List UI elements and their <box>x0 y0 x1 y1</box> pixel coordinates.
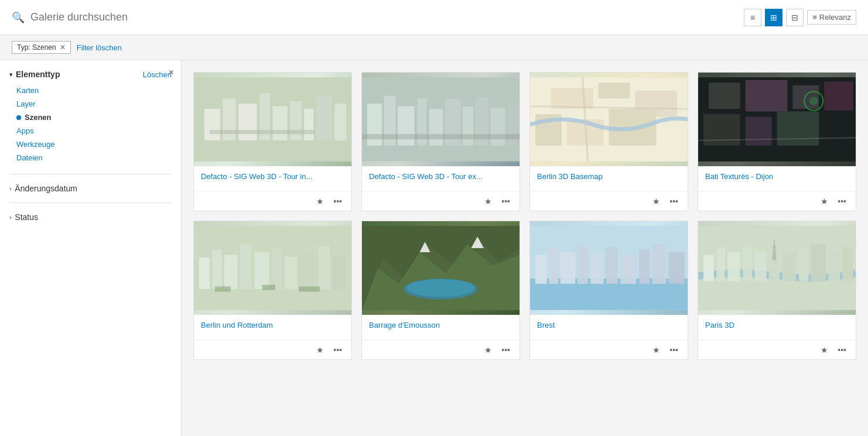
filter-item-apps[interactable]: Apps <box>9 124 172 138</box>
main-layout: × ▾ Elementtyp Löschen Karten Layer Szen… <box>0 60 868 436</box>
card-5-body: Berlin und Rotterdam <box>194 315 351 340</box>
card-1[interactable]: Defacto - SIG Web 3D - Tour in... ★ ••• <box>193 72 352 211</box>
card-3[interactable]: Berlin 3D Basemap ★ ••• <box>529 72 688 211</box>
svg-rect-5 <box>273 107 288 140</box>
card-8-more-button[interactable]: ••• <box>835 344 849 356</box>
card-grid: Defacto - SIG Web 3D - Tour in... ★ ••• <box>193 72 856 360</box>
filter-item-label: Dateien <box>16 153 43 162</box>
view-controls: ≡ ⊞ ⊟ ≡ Relevanz <box>744 9 856 26</box>
card-1-actions: ★ ••• <box>194 191 351 211</box>
filter-item-label: Werkzeuge <box>16 140 55 149</box>
svg-rect-34 <box>746 80 788 112</box>
card-5-star-button[interactable]: ★ <box>314 344 326 356</box>
card-1-thumb <box>194 73 351 166</box>
search-input[interactable] <box>30 11 265 23</box>
svg-rect-46 <box>224 255 237 289</box>
card-7-thumb <box>530 221 688 315</box>
svg-rect-84 <box>755 251 767 281</box>
card-5-more-button[interactable]: ••• <box>331 344 344 356</box>
card-2[interactable]: Defacto - SIG Web 3D - Tour ex... ★ ••• <box>361 72 520 211</box>
svg-rect-73 <box>606 247 618 284</box>
card-8-actions: ★ ••• <box>698 340 856 359</box>
filter-item-label: Layer <box>16 99 36 108</box>
card-8-star-button[interactable]: ★ <box>818 344 831 356</box>
card-4[interactable]: Bati Texturés - Dijon ★ ••• <box>698 72 856 211</box>
clear-filter-button[interactable]: Filter löschen <box>77 43 122 52</box>
filter-item-dateien[interactable]: Dateien <box>9 151 172 164</box>
svg-rect-70 <box>561 252 575 284</box>
card-2-star-button[interactable]: ★ <box>482 195 494 207</box>
sidebar-close-button[interactable]: × <box>169 67 174 78</box>
card-3-more-button[interactable]: ••• <box>667 195 681 207</box>
top-bar: 🔍 ≡ ⊞ ⊟ ≡ Relevanz <box>0 0 868 35</box>
active-dot <box>16 115 21 120</box>
card-1-more-button[interactable]: ••• <box>331 195 344 207</box>
svg-rect-3 <box>238 104 257 140</box>
filter-item-szenen[interactable]: Szenen <box>9 111 172 124</box>
search-area: 🔍 <box>12 11 744 24</box>
card-6-more-button[interactable]: ••• <box>499 344 512 356</box>
card-6-star-button[interactable]: ★ <box>482 344 494 356</box>
element-type-clear-button[interactable]: Löschen <box>143 70 172 79</box>
sidebar-divider-1 <box>9 174 172 174</box>
filter-tag-close[interactable]: ✕ <box>60 43 66 52</box>
filter-item-layer[interactable]: Layer <box>9 97 172 111</box>
card-7-thumb-svg <box>530 221 688 315</box>
grid-view-button[interactable]: ⊞ <box>765 9 782 26</box>
card-4-title: Bati Texturés - Dijon <box>705 172 849 181</box>
status-label: Status <box>15 212 38 222</box>
chevron-down-icon: ▾ <box>9 71 12 78</box>
svg-rect-6 <box>290 101 302 140</box>
card-7-body: Brest <box>530 315 688 340</box>
card-1-body: Defacto - SIG Web 3D - Tour in... <box>194 166 351 191</box>
svg-rect-56 <box>299 286 320 291</box>
svg-rect-36 <box>824 81 853 110</box>
card-8-title: Paris 3D <box>705 321 849 329</box>
card-7-more-button[interactable]: ••• <box>667 344 681 356</box>
filter-item-werkzeuge[interactable]: Werkzeuge <box>9 138 172 151</box>
svg-rect-2 <box>223 98 235 140</box>
filter-icon: ⊟ <box>791 13 798 22</box>
svg-rect-74 <box>620 255 636 284</box>
element-type-label: Elementtyp <box>16 70 60 79</box>
list-view-button[interactable]: ≡ <box>744 9 761 26</box>
filter-item-label: Szenen <box>25 113 52 122</box>
svg-rect-9 <box>334 104 346 140</box>
card-4-star-button[interactable]: ★ <box>818 195 831 207</box>
card-5-thumb <box>194 221 351 315</box>
card-7-star-button[interactable]: ★ <box>650 344 662 356</box>
card-2-thumb-svg <box>362 73 520 166</box>
svg-rect-25 <box>551 88 593 109</box>
svg-rect-87 <box>799 248 808 281</box>
svg-rect-45 <box>212 250 221 289</box>
card-8[interactable]: Paris 3D ★ ••• <box>698 221 856 360</box>
element-type-title[interactable]: ▾ Elementtyp <box>9 70 60 79</box>
card-1-star-button[interactable]: ★ <box>314 195 326 207</box>
svg-rect-8 <box>316 96 332 140</box>
card-8-thumb-svg <box>698 221 856 315</box>
sort-button[interactable]: ≡ Relevanz <box>807 10 856 25</box>
card-3-star-button[interactable]: ★ <box>650 195 662 207</box>
svg-rect-52 <box>319 246 330 289</box>
card-5[interactable]: Berlin und Rotterdam ★ ••• <box>193 221 352 360</box>
filter-view-button[interactable]: ⊟ <box>786 9 804 26</box>
card-2-thumb <box>362 73 520 166</box>
card-7[interactable]: Brest ★ ••• <box>529 221 688 360</box>
change-date-header[interactable]: › Änderungsdatum <box>9 181 172 195</box>
svg-rect-81 <box>716 247 725 281</box>
filter-item-label: Apps <box>16 126 34 135</box>
filter-item-karten[interactable]: Karten <box>9 84 172 97</box>
svg-rect-37 <box>703 114 740 146</box>
card-6[interactable]: Barrage d'Emousson ★ ••• <box>361 221 520 360</box>
svg-rect-1 <box>204 109 220 140</box>
card-3-thumb <box>530 73 688 166</box>
card-6-title: Barrage d'Emousson <box>369 321 512 329</box>
card-6-thumb <box>362 221 520 315</box>
sort-label: Relevanz <box>819 13 851 22</box>
svg-rect-68 <box>535 255 547 284</box>
card-2-more-button[interactable]: ••• <box>499 195 512 207</box>
svg-rect-38 <box>746 117 772 146</box>
card-4-more-button[interactable]: ••• <box>835 195 849 207</box>
status-header[interactable]: › Status <box>9 210 172 224</box>
element-type-section: ▾ Elementtyp Löschen Karten Layer Szenen… <box>9 70 172 164</box>
